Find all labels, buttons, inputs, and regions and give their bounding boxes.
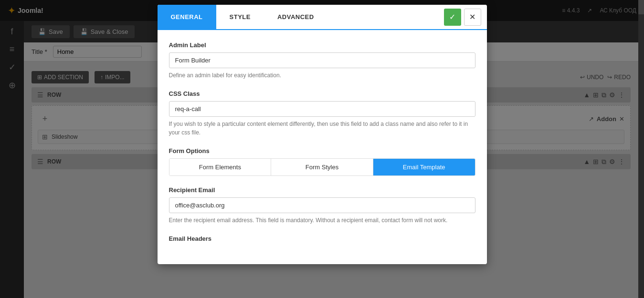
- recipient-email-input[interactable]: [169, 197, 475, 213]
- modal-tabs: GENERAL STYLE ADVANCED ✓ ✕: [158, 5, 487, 30]
- recipient-email-group: Recipient Email Enter the recipient emai…: [169, 186, 475, 225]
- tab-general[interactable]: GENERAL: [158, 5, 216, 29]
- modal-confirm-button[interactable]: ✓: [444, 9, 461, 26]
- admin-label-group: Admin Label Define an admin label for ea…: [169, 41, 475, 80]
- css-class-input[interactable]: [169, 101, 475, 117]
- css-class-group: CSS Class If you wish to style a particu…: [169, 90, 475, 137]
- tab-form-styles[interactable]: Form Styles: [271, 159, 373, 175]
- close-icon: ✕: [469, 12, 475, 21]
- admin-label-field-label: Admin Label: [169, 41, 475, 49]
- tab-style[interactable]: STYLE: [216, 5, 264, 29]
- tab-email-template[interactable]: Email Template: [373, 159, 475, 175]
- admin-label-hint: Define an admin label for easy identific…: [169, 71, 475, 80]
- modal-dialog: GENERAL STYLE ADVANCED ✓ ✕ Admin Label D…: [158, 5, 487, 264]
- tab-form-elements[interactable]: Form Elements: [169, 159, 272, 175]
- check-icon: ✓: [449, 12, 455, 21]
- modal-body: Admin Label Define an admin label for ea…: [158, 30, 487, 264]
- form-options-tabs: Form Elements Form Styles Email Template: [169, 158, 475, 176]
- tab-advanced[interactable]: ADVANCED: [264, 5, 327, 29]
- modal-close-button[interactable]: ✕: [464, 9, 481, 26]
- form-options-group: Form Options Form Elements Form Styles E…: [169, 147, 475, 176]
- modal-tab-actions: ✓ ✕: [444, 9, 487, 26]
- admin-label-input[interactable]: [169, 52, 475, 68]
- modal-overlay: GENERAL STYLE ADVANCED ✓ ✕ Admin Label D…: [0, 0, 644, 298]
- email-headers-label: Email Headers: [169, 235, 475, 242]
- css-class-field-label: CSS Class: [169, 90, 475, 97]
- css-class-hint: If you wish to style a particular conten…: [169, 120, 475, 137]
- email-headers-group: Email Headers: [169, 235, 475, 242]
- recipient-email-label: Recipient Email: [169, 186, 475, 194]
- form-options-label: Form Options: [169, 147, 475, 154]
- recipient-email-hint: Enter the recipient email address. This …: [169, 216, 475, 225]
